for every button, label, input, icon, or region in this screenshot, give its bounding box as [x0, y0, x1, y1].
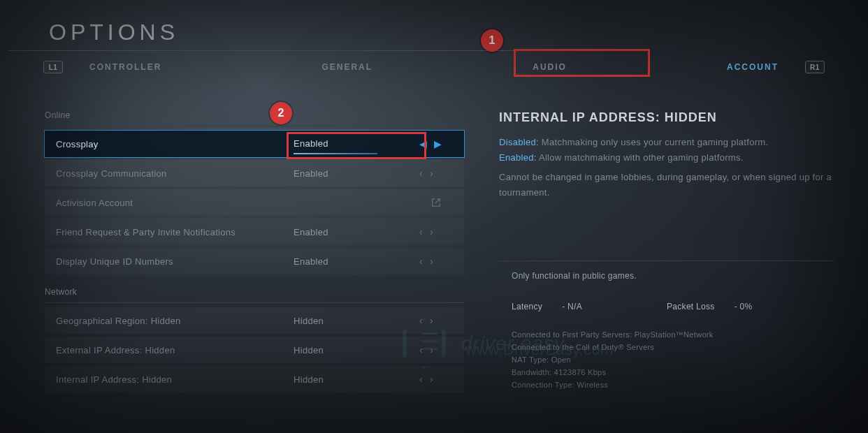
- row-external-ip[interactable]: External IP Address: Hidden Hidden ‹ ›: [45, 337, 464, 363]
- row-internal-ip[interactable]: Internal IP Address: Hidden Hidden ‹ ›: [45, 366, 464, 392]
- detail-heading: INTERNAL IP ADDRESS: HIDDEN: [499, 110, 861, 125]
- packet-loss-label: Packet Loss: [667, 302, 715, 311]
- row-friend-requests[interactable]: Friend Request & Party Invite Notificati…: [45, 219, 464, 245]
- bumper-r1[interactable]: R1: [805, 61, 825, 73]
- tab-audio[interactable]: AUDIO: [533, 62, 567, 72]
- row-label: Geographical Region: Hidden: [56, 316, 294, 326]
- row-value: Hidden: [294, 345, 419, 355]
- tab-bar: L1 CONTROLLER GENERAL AUDIO ACCOUNT R1: [43, 57, 825, 77]
- row-arrows[interactable]: ‹ ›: [419, 344, 453, 355]
- network-line: Connected to First Party Servers: PlaySt…: [512, 328, 822, 341]
- external-link-icon[interactable]: [419, 198, 453, 207]
- detail-enabled-line: Enabled: Allow matchmaking with other ga…: [499, 150, 861, 166]
- row-value: Enabled: [294, 256, 419, 267]
- network-line: NAT Type: Open: [512, 353, 822, 366]
- row-arrows[interactable]: ‹ ›: [419, 226, 453, 237]
- detail-note: Cannot be changed in game lobbies, durin…: [499, 170, 861, 200]
- row-arrows[interactable]: ◀ ▶: [419, 138, 453, 149]
- title-rule: [8, 50, 566, 51]
- packet-loss-value: - 0%: [735, 302, 753, 311]
- latency-label: Latency: [512, 302, 542, 311]
- chevron-left-icon[interactable]: ‹: [419, 226, 423, 237]
- chevron-right-icon[interactable]: ›: [430, 344, 433, 355]
- tab-account[interactable]: ACCOUNT: [727, 62, 779, 72]
- chevron-left-icon[interactable]: ‹: [419, 344, 423, 355]
- tab-general[interactable]: GENERAL: [321, 62, 372, 72]
- detail-disabled-line: Disabled: Matchmaking only uses your cur…: [499, 135, 861, 150]
- chevron-right-icon[interactable]: ›: [430, 226, 433, 237]
- chevron-right-icon[interactable]: ▶: [434, 138, 442, 149]
- row-crossplay[interactable]: Crossplay Enabled ◀ ▶: [45, 131, 464, 157]
- row-label: External IP Address: Hidden: [56, 345, 294, 355]
- tab-controller[interactable]: CONTROLLER: [89, 62, 161, 72]
- section-label-online: Online: [45, 110, 464, 120]
- section-label-network: Network: [45, 287, 464, 297]
- chevron-left-icon[interactable]: ◀: [419, 138, 427, 149]
- network-note: Only functional in public games.: [512, 271, 822, 281]
- chevron-left-icon[interactable]: ‹: [419, 256, 423, 267]
- network-line: Connected to the Call of Duty® Servers: [512, 341, 822, 353]
- row-label: Friend Request & Party Invite Notificati…: [56, 227, 294, 237]
- latency-value: - N/A: [562, 302, 582, 311]
- chevron-left-icon[interactable]: ‹: [419, 374, 423, 385]
- row-label: Crossplay: [56, 139, 294, 149]
- annotation-badge-1: 1: [481, 29, 503, 52]
- row-arrows[interactable]: ‹ ›: [419, 315, 453, 326]
- network-line: Connection Type: Wireless: [512, 379, 822, 391]
- chevron-right-icon[interactable]: ›: [430, 315, 433, 326]
- row-value: Enabled: [294, 227, 419, 237]
- network-box: Only functional in public games. Latency…: [499, 260, 834, 399]
- chevron-left-icon[interactable]: ‹: [419, 315, 423, 326]
- chevron-right-icon[interactable]: ›: [430, 168, 433, 179]
- page-title: OPTIONS: [49, 20, 179, 45]
- row-arrows[interactable]: ‹ ›: [419, 168, 453, 179]
- chevron-right-icon[interactable]: ›: [430, 374, 433, 385]
- row-label: Activision Account: [56, 198, 294, 208]
- row-label: Internal IP Address: Hidden: [56, 374, 294, 385]
- row-crossplay-communication[interactable]: Crossplay Communication Enabled ‹ ›: [45, 160, 464, 186]
- row-activision-account[interactable]: Activision Account: [45, 189, 464, 216]
- bumper-l1[interactable]: L1: [43, 61, 63, 73]
- detail-disabled-label: Disabled:: [499, 137, 539, 147]
- network-line: Bandwidth: 4123876 Kbps: [512, 366, 822, 379]
- detail-disabled-text: Matchmaking only uses your current gamin…: [542, 137, 769, 147]
- row-display-unique-id[interactable]: Display Unique ID Numbers Enabled ‹ ›: [45, 248, 464, 274]
- detail-panel: INTERNAL IP ADDRESS: HIDDEN Disabled: Ma…: [464, 110, 861, 427]
- settings-list: Online Crossplay Enabled ◀ ▶ Crossplay C…: [45, 110, 464, 427]
- section-rule: [45, 126, 464, 126]
- row-geo-region[interactable]: Geographical Region: Hidden Hidden ‹ ›: [45, 307, 464, 334]
- chevron-left-icon[interactable]: ‹: [419, 168, 423, 179]
- row-value: Hidden: [294, 316, 419, 326]
- row-arrows[interactable]: ‹ ›: [419, 374, 453, 385]
- row-value: Enabled: [294, 168, 419, 179]
- row-value: Hidden: [294, 374, 419, 385]
- row-label: Display Unique ID Numbers: [56, 256, 294, 267]
- row-label: Crossplay Communication: [56, 168, 294, 179]
- row-value: Enabled: [294, 138, 419, 150]
- row-arrows[interactable]: ‹ ›: [419, 256, 453, 267]
- detail-enabled-text: Allow matchmaking with other gaming plat…: [539, 152, 744, 163]
- network-lines: Connected to First Party Servers: PlaySt…: [512, 328, 822, 391]
- section-rule: [45, 302, 464, 303]
- chevron-right-icon[interactable]: ›: [430, 256, 433, 267]
- detail-enabled-label: Enabled:: [499, 152, 537, 163]
